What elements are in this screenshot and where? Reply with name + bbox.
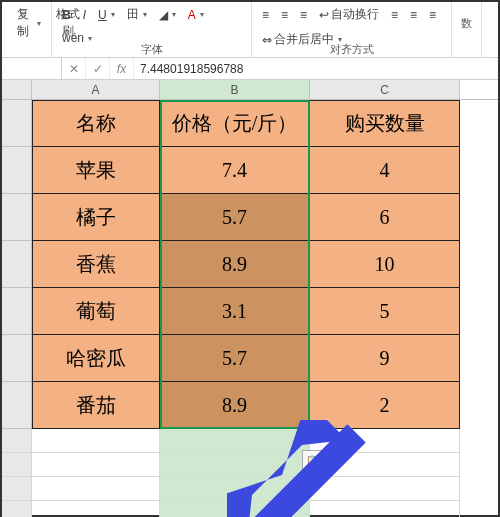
table-row: 名称 价格（元/斤） 购买数量	[2, 100, 498, 147]
italic-button[interactable]: I	[79, 6, 90, 24]
font-color-button[interactable]: A	[184, 6, 208, 24]
empty-cell[interactable]	[32, 453, 160, 477]
table-row: 番茄 8.9 2	[2, 382, 498, 429]
empty-row	[2, 453, 498, 477]
underline-button[interactable]: U	[94, 6, 119, 24]
copy-label: 复制	[12, 6, 33, 40]
cell-qty[interactable]: 5	[310, 288, 460, 335]
paste-options-button[interactable]: 📋	[302, 450, 322, 470]
spreadsheet-grid: 名称 价格（元/斤） 购买数量 苹果 7.4 4 橘子 5.7 6 香蕉 8.9…	[2, 100, 498, 517]
row-header[interactable]	[2, 194, 32, 241]
cell-qty[interactable]: 10	[310, 241, 460, 288]
align-center-button[interactable]: ≡	[406, 6, 421, 24]
empty-row	[2, 429, 498, 453]
row-header[interactable]	[2, 288, 32, 335]
empty-row	[2, 501, 498, 517]
ribbon: 复制 格式刷 B I U 田 ◢ A wén 字体 ≡ ≡ ≡ ↩自动换行 ≡	[2, 2, 498, 58]
empty-cell[interactable]	[160, 453, 310, 477]
empty-cell[interactable]	[32, 429, 160, 453]
empty-cell[interactable]	[310, 429, 460, 453]
row-header[interactable]	[2, 241, 32, 288]
cell-A1[interactable]: 名称	[32, 100, 160, 147]
wrap-icon: ↩	[319, 8, 329, 22]
empty-cell[interactable]	[32, 501, 160, 517]
x-icon: ✕	[69, 62, 79, 76]
row-header[interactable]	[2, 453, 32, 477]
cell-price[interactable]: 3.1	[160, 288, 310, 335]
cell-qty[interactable]: 4	[310, 147, 460, 194]
align-right-button[interactable]: ≡	[425, 6, 440, 24]
col-header-B[interactable]: B	[160, 80, 310, 99]
table-row: 橘子 5.7 6	[2, 194, 498, 241]
cell-qty[interactable]: 9	[310, 335, 460, 382]
fill-color-button[interactable]: ◢	[155, 6, 180, 24]
col-header-A[interactable]: A	[32, 80, 160, 99]
column-headers: A B C	[2, 80, 498, 100]
cell-name[interactable]: 哈密瓜	[32, 335, 160, 382]
table-row: 香蕉 8.9 10	[2, 241, 498, 288]
copy-button[interactable]: 复制	[8, 4, 45, 42]
cell-name[interactable]: 番茄	[32, 382, 160, 429]
accept-formula-button[interactable]: ✓	[86, 58, 110, 79]
number-group-clip: 数	[461, 16, 472, 31]
table-row: 苹果 7.4 4	[2, 147, 498, 194]
formula-input[interactable]	[134, 62, 498, 76]
row-header[interactable]	[2, 382, 32, 429]
cell-C1[interactable]: 购买数量	[310, 100, 460, 147]
empty-cell[interactable]	[310, 453, 460, 477]
align-top-button[interactable]: ≡	[258, 6, 273, 24]
border-icon: 田	[127, 6, 139, 23]
cancel-formula-button[interactable]: ✕	[62, 58, 86, 79]
cell-name[interactable]: 苹果	[32, 147, 160, 194]
cell-name[interactable]: 葡萄	[32, 288, 160, 335]
row-header[interactable]	[2, 501, 32, 517]
align-left-button[interactable]: ≡	[387, 6, 402, 24]
table-row: 葡萄 3.1 5	[2, 288, 498, 335]
empty-cell[interactable]	[32, 477, 160, 501]
cell-price[interactable]: 8.9	[160, 382, 310, 429]
wrap-text-button[interactable]: ↩自动换行	[315, 4, 383, 25]
name-box[interactable]	[2, 58, 62, 79]
row-header[interactable]	[2, 147, 32, 194]
phonetic-icon: wén	[62, 31, 84, 45]
font-group-label: 字体	[141, 42, 163, 58]
empty-cell[interactable]	[160, 429, 310, 453]
formula-bar: ✕ ✓ fx	[2, 58, 498, 80]
select-all-corner[interactable]	[2, 80, 32, 99]
empty-cell[interactable]	[160, 477, 310, 501]
font-color-icon: A	[188, 8, 196, 22]
cell-B1[interactable]: 价格（元/斤）	[160, 100, 310, 147]
row-header[interactable]	[2, 429, 32, 453]
cell-name[interactable]: 香蕉	[32, 241, 160, 288]
align-group-label: 对齐方式	[330, 42, 374, 58]
cell-price[interactable]: 8.9	[160, 241, 310, 288]
phonetic-button[interactable]: wén	[58, 29, 96, 47]
bold-button[interactable]: B	[58, 6, 75, 24]
cell-qty[interactable]: 2	[310, 382, 460, 429]
col-header-C[interactable]: C	[310, 80, 460, 99]
clipboard-icon: 📋	[306, 455, 318, 466]
empty-cell[interactable]	[310, 477, 460, 501]
cell-name[interactable]: 橘子	[32, 194, 160, 241]
fx-button[interactable]: fx	[110, 58, 134, 79]
empty-cell[interactable]	[310, 501, 460, 517]
italic-label: I	[83, 8, 86, 22]
row-header[interactable]	[2, 335, 32, 382]
empty-cell[interactable]	[160, 501, 310, 517]
empty-row	[2, 477, 498, 501]
merge-icon: ⇔	[262, 33, 272, 47]
merge-label: 合并后居中	[274, 31, 334, 48]
bucket-icon: ◢	[159, 8, 168, 22]
cell-price[interactable]: 5.7	[160, 335, 310, 382]
cell-price[interactable]: 5.7	[160, 194, 310, 241]
row-header[interactable]	[2, 100, 32, 147]
row-header[interactable]	[2, 477, 32, 501]
wrap-label: 自动换行	[331, 6, 379, 23]
table-row: 哈密瓜 5.7 9	[2, 335, 498, 382]
border-button[interactable]: 田	[123, 4, 151, 25]
align-bot-button[interactable]: ≡	[296, 6, 311, 24]
align-mid-button[interactable]: ≡	[277, 6, 292, 24]
cell-price[interactable]: 7.4	[160, 147, 310, 194]
underline-label: U	[98, 8, 107, 22]
cell-qty[interactable]: 6	[310, 194, 460, 241]
